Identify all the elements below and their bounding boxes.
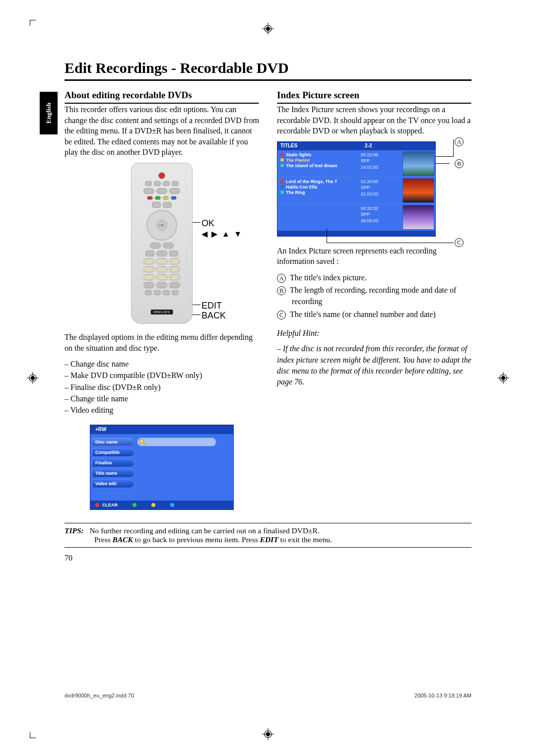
list-item: Video editing (65, 404, 259, 416)
registration-mark-icon (26, 371, 40, 385)
bullet-icon (280, 180, 284, 183)
thumbnail-icon (402, 151, 434, 176)
bullet-icon (280, 164, 284, 167)
callout-line (436, 163, 450, 164)
crop-mark (30, 732, 36, 738)
right-column: Index Picture screen The Index Picture s… (277, 90, 471, 510)
registration-mark-icon (496, 371, 510, 385)
language-tab: English (40, 92, 58, 134)
list-item: Make DVD compatible (DVD±RW only) (65, 370, 259, 381)
section-heading: About editing recordable DVDs (65, 90, 259, 101)
body-text: An Index Picture screen represents each … (277, 246, 471, 267)
remote-illustration: OK PHILIPS OK ◀ ▶ ▲ ▼ EDIT BACK (65, 163, 259, 324)
callout-line (453, 139, 454, 156)
registration-mark-icon (261, 727, 275, 741)
body-text: This recorder offers various disc edit o… (65, 104, 259, 158)
ips-header-count: 2-2 (365, 143, 390, 149)
list-item: Change disc name (65, 358, 259, 370)
edit-menu-item: Finalise (92, 458, 134, 467)
edit-menu-textfield (137, 438, 216, 446)
callout-line (327, 229, 327, 243)
svg-marker-16 (139, 439, 145, 445)
hint-label: Helpful Hint: (277, 328, 471, 339)
edit-menu-screenshot: +RW Disc name Compatible Finalise Title … (90, 425, 234, 510)
thumbnail-icon (402, 205, 434, 230)
list-item: Finalise disc (DVD±R only) (65, 381, 259, 393)
left-column: About editing recordable DVDs This recor… (65, 90, 259, 510)
print-footer: dvdr9000h_eu_eng2.indd 70 2005-10-13 9:1… (65, 693, 471, 698)
brand-label: PHILIPS (151, 310, 173, 315)
body-text: The displayed options in the editing men… (65, 332, 259, 353)
tips-box: TIPS: No further recording and editing c… (65, 523, 471, 548)
red-dot-icon (95, 503, 99, 507)
callout-line (436, 156, 454, 157)
section-heading: Index Picture screen (277, 90, 471, 101)
footer-filename: dvdr9000h_eu_eng2.indd 70 (65, 693, 134, 698)
edit-menu-item: Title name (92, 469, 134, 478)
blue-dot-icon (170, 503, 174, 507)
remote-label-edit: EDIT (201, 301, 222, 311)
callout-line (327, 243, 454, 243)
cursor-icon (138, 438, 147, 446)
abc-list: AThe title's index picture. BThe length … (277, 272, 471, 320)
remote-label-back: BACK (201, 311, 226, 321)
registration-mark-icon (261, 22, 275, 36)
list-item: Change title name (65, 393, 259, 404)
tips-label: TIPS: (65, 526, 84, 535)
bullet-icon (280, 153, 284, 156)
green-dot-icon (133, 503, 136, 507)
bullet-icon (280, 185, 284, 189)
callout-b: B (455, 159, 464, 168)
clear-label: CLEAR (102, 503, 118, 507)
body-text: The Index Picture screen shows your reco… (277, 104, 471, 136)
index-picture-screenshot: TITLES 2-2 Static lights The Pianist The… (277, 141, 471, 237)
edit-menu-footer: CLEAR (90, 501, 233, 509)
edit-menu-item: Video edit (92, 479, 134, 488)
list-item: CThe title's name (or channel number and… (277, 309, 471, 320)
dash-list: Change disc name Make DVD compatible (DV… (65, 358, 259, 416)
bullet-icon (280, 158, 284, 162)
crop-mark (30, 20, 36, 26)
edit-menu-item: Disc name (92, 438, 134, 446)
list-item: BThe length of recording, recording mode… (277, 284, 471, 307)
footer-timestamp: 2005-10-13 9:18:19 AM (414, 693, 471, 698)
list-item: AThe title's index picture. (277, 272, 471, 283)
page-title: Edit Recordings - Recordable DVD (65, 60, 471, 76)
edit-menu-header: +RW (90, 425, 233, 434)
bullet-icon (280, 190, 284, 194)
hint-body: – If the disc is not recorded from this … (277, 343, 471, 388)
yellow-dot-icon (151, 503, 155, 507)
remote-label-ok: OK (201, 218, 214, 229)
edit-menu-item: Compatible (92, 448, 134, 457)
callout-c: C (455, 238, 464, 247)
page-number: 70 (65, 554, 471, 563)
ips-header-titles: TITLES (280, 143, 365, 149)
rule (65, 79, 471, 81)
thumbnail-icon (402, 178, 434, 203)
callout-a: A (455, 137, 464, 146)
arrows-icon: ◀ ▶ ▲ ▼ (201, 229, 243, 239)
